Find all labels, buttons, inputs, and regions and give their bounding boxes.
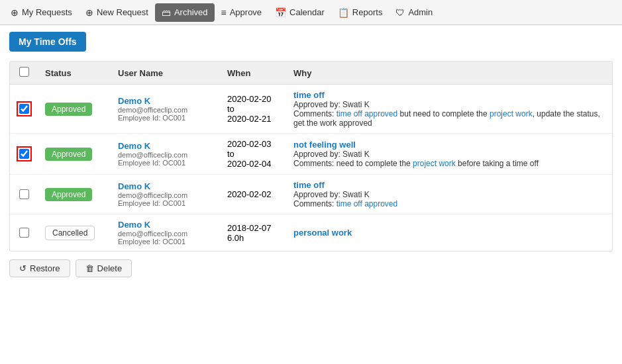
- nav-calendar-label: Calendar: [289, 7, 325, 17]
- row3-why-cell: time off Approved by: Swati K Comments: …: [287, 175, 612, 214]
- nav-my-requests-label: My Requests: [22, 7, 72, 17]
- row3-when-text: 2020-02-02: [227, 189, 272, 199]
- nav-approve[interactable]: ≡ Approve: [215, 3, 269, 22]
- row4-checkbox[interactable]: [19, 228, 29, 238]
- table-row: Approved Demo K demo@officeclip.com Empl…: [10, 175, 612, 214]
- row1-cb-wrapper: [17, 101, 32, 116]
- header-checkbox-cell: [10, 62, 38, 85]
- table-header-row: Status User Name When Why: [10, 62, 612, 85]
- row4-when-text: 2018-02-076.0h: [227, 223, 272, 243]
- nav-admin-label: Admin: [408, 7, 433, 17]
- row3-when-cell: 2020-02-02: [221, 175, 287, 214]
- row3-user-cell: Demo K demo@officeclip.com Employee Id: …: [111, 175, 221, 214]
- row2-user-cell: Demo K demo@officeclip.com Employee Id: …: [111, 134, 221, 175]
- row1-user-email: demo@officeclip.com: [118, 106, 214, 114]
- row2-checkbox[interactable]: [19, 149, 29, 159]
- row3-status-cell: Approved: [38, 175, 111, 214]
- nav-my-requests[interactable]: ⊕ My Requests: [4, 3, 79, 22]
- row2-checkbox-cell: [10, 134, 38, 175]
- row4-checkbox-cell: [10, 214, 38, 251]
- header-when: When: [221, 62, 287, 85]
- row3-cb-wrapper: [17, 189, 32, 199]
- new-request-icon: ⊕: [85, 7, 93, 18]
- nav-archived-label: Archived: [174, 7, 208, 17]
- content-area: My Time Offs Status User Name When Why: [0, 25, 622, 284]
- footer-buttons: ↺ Restore 🗑 Delete: [9, 259, 613, 277]
- calendar-icon: 📅: [275, 7, 286, 18]
- archived-table: Status User Name When Why: [10, 62, 612, 251]
- row1-why-title: time off: [293, 90, 605, 100]
- nav-admin[interactable]: 🛡 Admin: [389, 3, 439, 22]
- row2-user-name: Demo K: [118, 141, 214, 151]
- approve-icon: ≡: [221, 7, 227, 18]
- plus-circle-icon: ⊕: [11, 7, 19, 18]
- row3-why-line2: Comments: time off approved: [293, 199, 605, 208]
- row1-user-name: Demo K: [118, 96, 214, 106]
- table-row: Approved Demo K demo@officeclip.com Empl…: [10, 85, 612, 134]
- row3-checkbox[interactable]: [19, 189, 29, 199]
- row1-why-line2: Comments: time off approved but need to …: [293, 109, 605, 118]
- row2-user-email: demo@officeclip.com: [118, 151, 214, 159]
- row2-red-border: [17, 146, 32, 161]
- row1-status-badge: Approved: [45, 103, 92, 116]
- row3-why-line1: Approved by: Swati K: [293, 190, 605, 199]
- row1-why-line3: get the work approved: [293, 118, 605, 128]
- row3-user-name: Demo K: [118, 181, 214, 191]
- row4-cb-wrapper: [17, 228, 32, 238]
- row4-status-badge: Cancelled: [45, 226, 95, 240]
- delete-icon: 🗑: [85, 263, 94, 273]
- row1-checkbox[interactable]: [19, 104, 29, 114]
- row2-when-cell: 2020-02-03to2020-02-04: [221, 134, 287, 175]
- row3-checkbox-cell: [10, 175, 38, 214]
- row2-status-cell: Approved: [38, 134, 111, 175]
- row3-why-title: time off: [293, 180, 605, 190]
- row1-when-cell: 2020-02-20to2020-02-21: [221, 85, 287, 134]
- delete-button[interactable]: 🗑 Delete: [76, 259, 132, 277]
- row2-why-cell: not feeling well Approved by: Swati K Co…: [287, 134, 612, 175]
- row4-why-cell: personal work: [287, 214, 612, 251]
- row4-when-cell: 2018-02-076.0h: [221, 214, 287, 251]
- restore-label: Restore: [30, 263, 60, 273]
- row2-when-text: 2020-02-03to2020-02-04: [227, 139, 272, 169]
- restore-button[interactable]: ↺ Restore: [9, 259, 70, 277]
- row2-why-line2: Comments: need to complete the project w…: [293, 159, 605, 168]
- row1-why-cell: time off Approved by: Swati K Comments: …: [287, 85, 612, 134]
- admin-icon: 🛡: [395, 7, 405, 18]
- header-why: Why: [287, 62, 612, 85]
- row2-cb-wrapper: [17, 146, 32, 161]
- nav-approve-label: Approve: [230, 7, 262, 17]
- row3-user-empid: Employee Id: OC001: [118, 199, 214, 207]
- header-username: User Name: [111, 62, 221, 85]
- nav-calendar[interactable]: 📅 Calendar: [268, 3, 331, 22]
- nav-new-request[interactable]: ⊕ New Request: [79, 3, 155, 22]
- row4-user-email: demo@officeclip.com: [118, 230, 214, 238]
- row1-checkbox-cell: [10, 85, 38, 134]
- row1-status-cell: Approved: [38, 85, 111, 134]
- row4-user-empid: Employee Id: OC001: [118, 238, 214, 246]
- row1-user-empid: Employee Id: OC001: [118, 114, 214, 122]
- row2-user-empid: Employee Id: OC001: [118, 159, 214, 167]
- header-status: Status: [38, 62, 111, 85]
- nav-reports[interactable]: 📋 Reports: [331, 3, 389, 22]
- row3-status-badge: Approved: [45, 188, 92, 201]
- row1-when-text: 2020-02-20to2020-02-21: [227, 94, 272, 124]
- row4-user-cell: Demo K demo@officeclip.com Employee Id: …: [111, 214, 221, 251]
- nav-new-request-label: New Request: [97, 7, 148, 17]
- select-all-checkbox[interactable]: [19, 67, 29, 77]
- row4-user-name: Demo K: [118, 220, 214, 230]
- row2-why-line1: Approved by: Swati K: [293, 150, 605, 159]
- row4-status-cell: Cancelled: [38, 214, 111, 251]
- table-row: Cancelled Demo K demo@officeclip.com Emp…: [10, 214, 612, 251]
- delete-label: Delete: [97, 263, 123, 273]
- table-row: Approved Demo K demo@officeclip.com Empl…: [10, 134, 612, 175]
- row1-why-line1: Approved by: Swati K: [293, 100, 605, 109]
- nav-reports-label: Reports: [352, 7, 383, 17]
- archived-table-wrapper: Status User Name When Why: [9, 61, 613, 251]
- row1-red-border: [17, 101, 32, 116]
- my-timeoffs-button[interactable]: My Time Offs: [9, 32, 86, 52]
- nav-archived[interactable]: 🗃 Archived: [155, 3, 215, 22]
- reports-icon: 📋: [338, 7, 349, 18]
- navbar: ⊕ My Requests ⊕ New Request 🗃 Archived ≡…: [0, 0, 622, 25]
- row2-why-title: not feeling well: [293, 140, 605, 150]
- row3-user-email: demo@officeclip.com: [118, 191, 214, 199]
